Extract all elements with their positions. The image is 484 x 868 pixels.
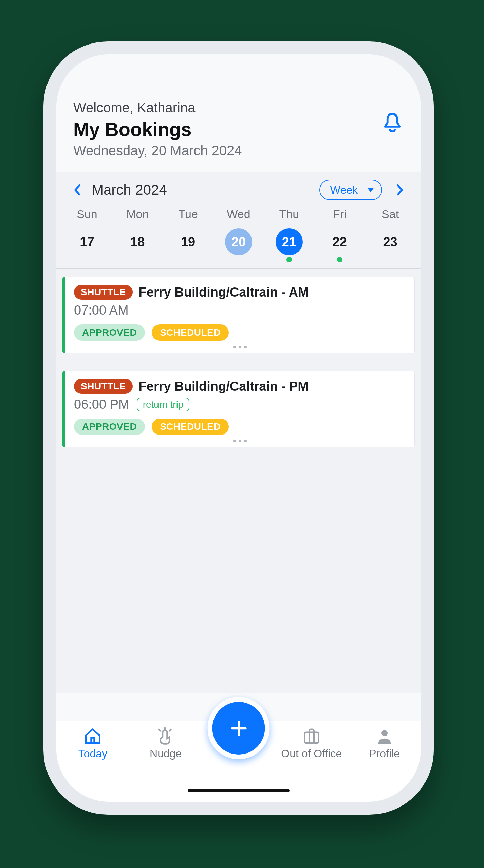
booking-type-badge: SHUTTLE [74, 379, 133, 394]
booking-time: 06:00 PM [74, 397, 129, 412]
status-approved: APPROVED [74, 419, 145, 435]
day-name: Tue [178, 208, 198, 221]
event-dot [286, 257, 292, 262]
booking-route: Ferry Building/Caltrain - PM [139, 379, 309, 394]
day-21[interactable]: 21 [276, 228, 303, 255]
home-indicator [188, 789, 290, 792]
header: Welcome, Katharina My Bookings Wednesday… [56, 54, 421, 172]
home-icon [83, 727, 102, 745]
day-col-thu: Thu21 [264, 208, 314, 263]
notifications-button[interactable] [383, 112, 402, 133]
view-mode-select[interactable]: Week [319, 180, 382, 200]
add-booking-button[interactable] [208, 697, 270, 759]
prev-month-button[interactable] [69, 181, 86, 198]
nav-nudge-label: Nudge [150, 747, 182, 760]
booking-type-badge: SHUTTLE [74, 285, 133, 300]
booking-card[interactable]: SHUTTLEFerry Building/Caltrain - PM06:00… [62, 371, 415, 447]
page-title: My Bookings [73, 118, 404, 140]
day-name: Sun [77, 208, 97, 221]
next-week-button[interactable] [392, 181, 409, 198]
day-col-wed: Wed20 [213, 208, 264, 263]
svg-point-1 [381, 730, 388, 736]
status-scheduled: SCHEDULED [152, 324, 229, 341]
calendar-top-row: March 2024 Week [56, 180, 421, 200]
day-19[interactable]: 19 [174, 228, 202, 255]
day-23[interactable]: 23 [377, 228, 404, 255]
card-menu-button[interactable] [74, 435, 406, 445]
status-approved: APPROVED [74, 324, 145, 341]
suitcase-icon [302, 727, 321, 745]
nav-nudge[interactable]: Nudge [129, 727, 202, 760]
day-col-fri: Fri22 [314, 208, 365, 263]
nav-today[interactable]: Today [56, 727, 129, 760]
event-dot [337, 257, 342, 262]
bottom-nav: Today Nudge x Out of Office Profile [56, 721, 421, 802]
day-18[interactable]: 18 [124, 228, 151, 255]
nav-profile-label: Profile [369, 747, 400, 760]
month-label: March 2024 [92, 182, 167, 198]
booking-time: 07:00 AM [74, 303, 129, 318]
profile-icon [375, 727, 394, 745]
day-22[interactable]: 22 [326, 228, 353, 255]
status-scheduled: SCHEDULED [152, 419, 229, 435]
view-mode-label: Week [330, 184, 358, 196]
nudge-icon [156, 727, 175, 745]
day-name: Thu [279, 208, 299, 221]
card-menu-button[interactable] [74, 341, 406, 351]
day-name: Fri [333, 208, 347, 221]
svg-rect-0 [305, 732, 319, 743]
day-col-mon: Mon18 [112, 208, 163, 263]
days-row: Sun17Mon18Tue19Wed20Thu21Fri22Sat23 [56, 208, 421, 263]
calendar-strip: March 2024 Week Sun17Mon18Tue19Wed20Thu2… [56, 172, 421, 269]
nav-today-label: Today [78, 747, 107, 760]
nav-profile[interactable]: Profile [348, 727, 421, 760]
booking-card[interactable]: SHUTTLEFerry Building/Caltrain - AM07:00… [62, 277, 415, 353]
chevron-down-icon [367, 188, 374, 192]
bookings-list: SHUTTLEFerry Building/Caltrain - AM07:00… [56, 269, 421, 693]
day-col-sun: Sun17 [62, 208, 112, 263]
return-trip-badge: return trip [137, 398, 190, 411]
day-20[interactable]: 20 [225, 228, 252, 255]
day-col-sat: Sat23 [365, 208, 415, 263]
day-col-tue: Tue19 [163, 208, 213, 263]
phone-screen: 09:56 Welcome, Katharina My Bookings Wed… [56, 54, 421, 802]
nav-out-of-office[interactable]: Out of Office [275, 727, 348, 760]
header-date: Wednesday, 20 March 2024 [73, 143, 404, 158]
day-name: Sat [381, 208, 399, 221]
day-name: Mon [126, 208, 149, 221]
day-name: Wed [227, 208, 250, 221]
nav-ooo-label: Out of Office [281, 747, 342, 760]
welcome-text: Welcome, Katharina [73, 100, 404, 116]
phone-frame: 09:56 Welcome, Katharina My Bookings Wed… [43, 41, 434, 815]
day-17[interactable]: 17 [73, 228, 100, 255]
booking-route: Ferry Building/Caltrain - AM [139, 285, 309, 300]
